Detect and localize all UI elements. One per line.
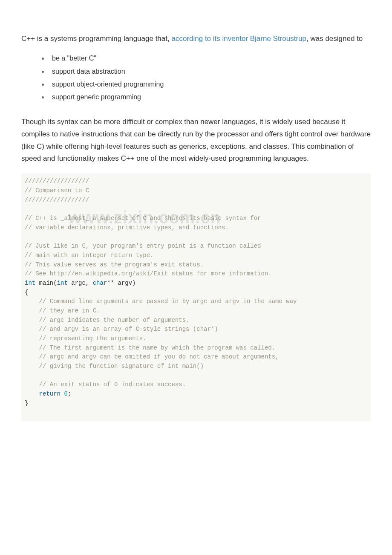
code-text: [25, 390, 39, 397]
code-comment: // An exit status of 0 indicates success…: [25, 381, 186, 388]
code-text: ** argv): [107, 280, 135, 286]
code-keyword: int: [25, 280, 35, 286]
list-item: support data abstraction: [49, 65, 371, 78]
list-item: be a "better C": [49, 52, 371, 65]
code-comment: // This value serves as the program's ex…: [25, 261, 204, 268]
code-text: }: [25, 400, 28, 407]
code-comment: // representing the arguments.: [25, 335, 147, 342]
code-text: ;: [68, 390, 71, 397]
code-comment: // argc indicates the number of argument…: [25, 317, 189, 324]
code-comment: // argc and argv can be omitted if you d…: [25, 353, 279, 360]
code-comment: // they are in C.: [25, 307, 100, 314]
body-paragraph: Though its syntax can be more difficult …: [21, 116, 371, 165]
code-block: ////////////////// // Comparison to C //…: [21, 173, 371, 421]
code-comment: // Command line arguments are passed in …: [25, 298, 297, 305]
code-comment: //////////////////: [25, 197, 89, 203]
code-comment: // Comparison to C: [25, 187, 89, 194]
code-comment: // and argv is an array of C-style strin…: [25, 326, 218, 332]
list-item: support object-oriented programming: [49, 78, 371, 91]
code-comment: // See http://en.wikipedia.org/wiki/Exit…: [25, 270, 272, 277]
code-text: argc,: [68, 280, 93, 286]
code-text: {: [25, 289, 28, 296]
code-comment: // giving the function signature of int …: [25, 363, 204, 370]
code-comment: // C++ is _almost_ a superset of C and s…: [25, 215, 261, 222]
code-comment: // The first argument is the name by whi…: [25, 344, 275, 351]
feature-list: be a "better C" support data abstraction…: [21, 52, 371, 104]
intro-paragraph: C++ is a systems programming language th…: [21, 33, 371, 44]
intro-text-post: , was designed to: [306, 35, 363, 43]
code-comment: // variable declarations, primitive type…: [25, 224, 229, 231]
code-text: main(: [35, 280, 57, 286]
code-comment: // Just like in C, your program's entry …: [25, 243, 261, 249]
code-comment: // main with an integer return type.: [25, 252, 153, 259]
intro-text-pre: C++ is a systems programming language th…: [21, 35, 171, 43]
code-comment: //////////////////: [25, 178, 89, 185]
code-keyword: char: [93, 280, 107, 286]
code-keyword: int: [57, 280, 68, 286]
intro-link[interactable]: according to its inventor Bjarne Stroust…: [171, 35, 306, 43]
code-keyword: return: [39, 390, 61, 397]
list-item: support generic programming: [49, 91, 371, 104]
code-number: 0: [64, 390, 67, 397]
